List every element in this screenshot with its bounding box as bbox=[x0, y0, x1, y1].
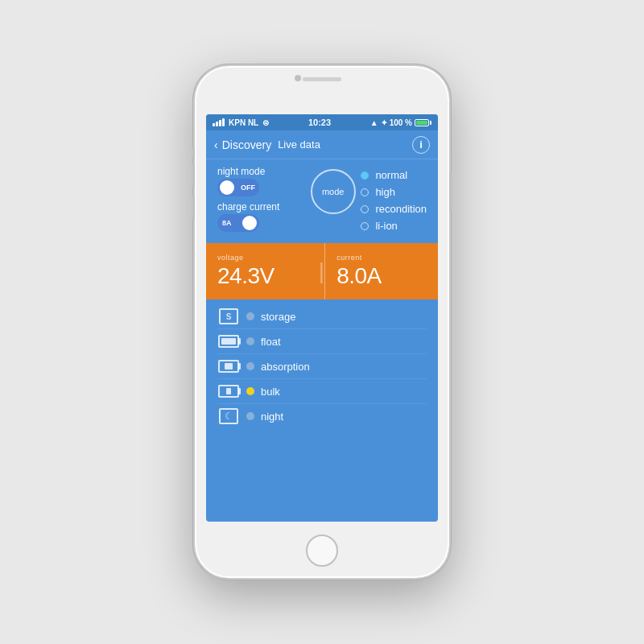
night-label: night bbox=[261, 411, 283, 423]
status-list: S storage float bbox=[206, 299, 438, 433]
night-mode-label: night mode bbox=[217, 166, 310, 177]
storage-icon: S bbox=[217, 308, 240, 324]
mode-liion-label: li-ion bbox=[375, 220, 397, 232]
nav-back-label: Discovery bbox=[222, 138, 271, 151]
night-mode-thumb bbox=[220, 180, 234, 195]
mode-option-normal[interactable]: normal bbox=[361, 169, 427, 181]
mode-options: normal high recondition li-ion bbox=[356, 166, 427, 237]
voltage-label: voltage bbox=[217, 254, 308, 262]
night-mode-control: night mode OFF bbox=[217, 166, 310, 196]
info-button[interactable]: i bbox=[412, 136, 430, 154]
nav-back-button[interactable]: ‹ Discovery bbox=[214, 138, 271, 151]
status-item-night[interactable]: ☾ night bbox=[217, 404, 427, 428]
phone-vol-down-btn bbox=[192, 195, 195, 219]
signal-bar-2 bbox=[216, 122, 218, 126]
phone-frame: KPN NL ⊜ 10:23 ▲ ✦ 100 % bbox=[193, 64, 451, 580]
absorption-dot bbox=[246, 362, 254, 370]
radio-recondition bbox=[361, 205, 369, 213]
status-time: 10:23 bbox=[308, 118, 331, 127]
voltage-panel: voltage 24.3V bbox=[206, 243, 319, 299]
mode-options-list: normal high recondition li-ion bbox=[361, 166, 427, 232]
bulk-dot bbox=[246, 387, 254, 395]
back-chevron-icon: ‹ bbox=[214, 138, 218, 151]
charge-current-thumb bbox=[242, 216, 257, 230]
battery-tip bbox=[430, 121, 431, 125]
float-battery-icon bbox=[218, 335, 239, 348]
charge-current-control: charge current 8A bbox=[217, 201, 310, 232]
current-label: current bbox=[336, 254, 427, 262]
status-right: ▲ ✦ 100 % bbox=[370, 118, 431, 127]
mode-circle[interactable]: mode bbox=[311, 169, 356, 214]
float-battery-fill bbox=[221, 338, 236, 345]
charge-current-label: charge current bbox=[217, 201, 310, 213]
current-value: 8.0A bbox=[336, 263, 427, 289]
storage-box-icon: S bbox=[219, 308, 238, 324]
status-item-absorption[interactable]: absorption bbox=[217, 354, 427, 379]
signal-bars bbox=[213, 118, 225, 126]
phone-vol-up-btn bbox=[192, 163, 195, 187]
battery-icon bbox=[415, 119, 431, 126]
bulk-label: bulk bbox=[261, 386, 280, 398]
charge-current-toggle[interactable]: 8A bbox=[217, 214, 259, 232]
radio-high bbox=[361, 188, 369, 196]
phone-camera bbox=[295, 75, 301, 81]
bluetooth-icon: ✦ bbox=[381, 118, 387, 127]
bulk-battery-icon bbox=[218, 385, 239, 398]
float-label: float bbox=[261, 336, 281, 348]
storage-dot bbox=[246, 312, 254, 320]
float-icon bbox=[217, 333, 240, 349]
mode-high-label: high bbox=[375, 186, 395, 198]
status-left: KPN NL ⊜ bbox=[213, 118, 269, 127]
storage-label: storage bbox=[261, 311, 295, 323]
phone-screen: KPN NL ⊜ 10:23 ▲ ✦ 100 % bbox=[206, 114, 438, 522]
mode-normal-label: normal bbox=[375, 169, 407, 181]
radio-normal bbox=[361, 171, 369, 180]
phone-mute-btn bbox=[192, 147, 195, 159]
carrier-label: KPN NL bbox=[229, 118, 258, 127]
mode-recondition-label: recondition bbox=[375, 203, 427, 215]
mode-option-liion[interactable]: li-ion bbox=[361, 220, 427, 232]
nav-current-label: Live data bbox=[278, 138, 320, 151]
controls-left: night mode OFF charge current 8A bbox=[217, 166, 310, 237]
top-area: night mode OFF charge current 8A bbox=[206, 159, 438, 237]
night-mode-state: OFF bbox=[241, 184, 255, 192]
absorption-battery-icon bbox=[218, 360, 239, 373]
night-box-icon: ☾ bbox=[219, 408, 238, 424]
phone-speaker bbox=[303, 77, 341, 81]
status-item-bulk[interactable]: bulk bbox=[217, 379, 427, 404]
voltage-value: 24.3V bbox=[217, 263, 308, 289]
night-icon: ☾ bbox=[217, 408, 240, 424]
phone-shell: KPN NL ⊜ 10:23 ▲ ✦ 100 % bbox=[193, 64, 451, 580]
phone-power-btn bbox=[449, 171, 452, 211]
wifi-icon: ⊜ bbox=[262, 118, 269, 127]
status-bar: KPN NL ⊜ 10:23 ▲ ✦ 100 % bbox=[206, 114, 438, 130]
battery-body bbox=[415, 119, 429, 126]
charge-current-value: 8A bbox=[222, 219, 232, 227]
signal-bar-3 bbox=[219, 120, 221, 126]
data-section: voltage 24.3V | current 8.0A bbox=[206, 243, 438, 299]
float-dot bbox=[246, 337, 254, 345]
current-panel: current 8.0A bbox=[324, 243, 438, 299]
phone-home-button[interactable] bbox=[306, 535, 338, 567]
battery-percent: 100 % bbox=[390, 118, 412, 127]
location-icon: ▲ bbox=[370, 118, 378, 127]
absorption-label: absorption bbox=[261, 361, 310, 373]
night-moon-icon: ☾ bbox=[225, 411, 233, 422]
absorption-icon bbox=[217, 358, 240, 374]
signal-bar-4 bbox=[222, 118, 225, 126]
bulk-battery-fill bbox=[226, 388, 231, 394]
absorption-battery-fill bbox=[225, 363, 233, 369]
mode-center: mode bbox=[310, 166, 356, 237]
data-divider: | bbox=[319, 243, 324, 299]
night-mode-toggle[interactable]: OFF bbox=[217, 179, 259, 196]
signal-bar-1 bbox=[213, 123, 215, 126]
radio-liion bbox=[361, 222, 369, 230]
bulk-icon bbox=[217, 383, 240, 399]
night-dot bbox=[246, 412, 254, 420]
nav-bar: ‹ Discovery Live data i bbox=[206, 130, 438, 159]
status-item-float[interactable]: float bbox=[217, 329, 427, 354]
battery-fill bbox=[416, 121, 427, 125]
status-item-storage[interactable]: S storage bbox=[217, 304, 427, 329]
mode-option-recondition[interactable]: recondition bbox=[361, 203, 427, 215]
mode-option-high[interactable]: high bbox=[361, 186, 427, 198]
